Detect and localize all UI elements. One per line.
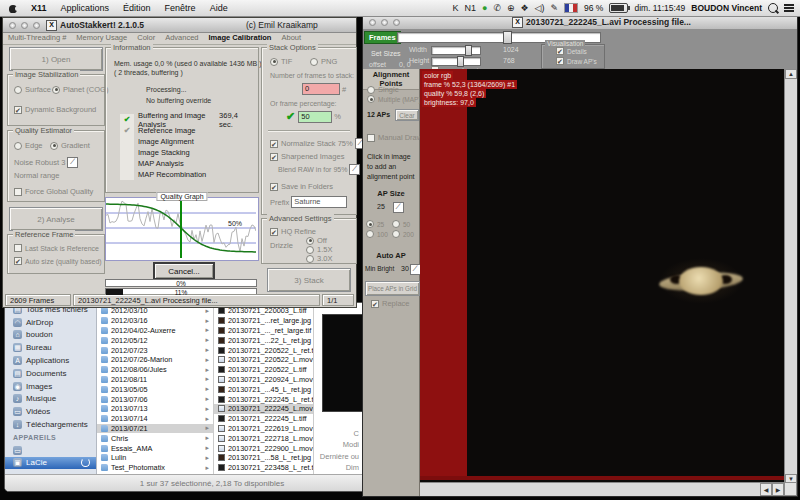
sidebar-item[interactable]: ◠ AirDrop [5, 316, 96, 329]
folder-row[interactable]: Essais_AMA ▸ [97, 443, 213, 453]
save-in-folders-checkbox[interactable]: Save in Folders [270, 182, 333, 191]
folder-row[interactable]: 2012/08/06/Jules ▸ [97, 365, 213, 375]
folder-row[interactable]: 2012/07/23 ▸ [97, 345, 213, 355]
sidebar-item[interactable]: ⌂ boudon [5, 329, 96, 342]
surface-radio[interactable]: Surface [14, 85, 51, 94]
folder-row[interactable]: 2013/05/05 ▸ [97, 384, 213, 394]
planet-cog-radio[interactable]: Planet (COG) [52, 85, 108, 94]
autostakkert-menu-item[interactable]: Memory Usage [71, 33, 132, 42]
tif-radio[interactable]: TIF [270, 57, 292, 66]
user-name[interactable]: BOUDON Vincent [691, 3, 762, 13]
file-row[interactable]: 20130721_220522_L.mov [214, 355, 314, 365]
edit-icon[interactable]: ∕ [349, 164, 360, 175]
menu-aide[interactable]: Aide [203, 3, 235, 13]
prefix-input[interactable]: Saturne [291, 196, 347, 208]
file-row[interactable]: 20130721_..._ret_large.tif [214, 326, 314, 336]
autostakkert-menu-item[interactable]: About [276, 33, 306, 42]
draw-aps-checkbox[interactable]: Draw AP's [556, 57, 604, 65]
analyse-button[interactable]: 2) Analyse [9, 207, 103, 231]
file-row[interactable]: 20130721_222718_L.mov [214, 433, 314, 443]
file-row[interactable]: 20130721_222245_L.tiff [214, 414, 314, 424]
sidebar-item[interactable]: ◉ Images [5, 380, 96, 393]
file-row[interactable]: 20130721_220522_L_ret.tif [214, 345, 314, 355]
folder-row[interactable]: 2012/08/11 ▸ [97, 375, 213, 385]
ap-size-radio[interactable]: 200 [392, 229, 418, 239]
autostakkert-menu-item[interactable]: Image Calibration [204, 33, 277, 42]
processing-titlebar[interactable]: X 20130721_222245_L.avi Processing file.… [363, 15, 797, 30]
auto-size-checkbox[interactable]: Auto size (quality based) [14, 257, 102, 265]
folder-row[interactable]: 2012/05/12 ▸ [97, 335, 213, 345]
scroll-right-icon[interactable]: ▶ [772, 483, 784, 496]
ap-size-radio[interactable]: 25 [366, 219, 392, 229]
edit-icon[interactable]: ∕ [67, 157, 78, 168]
sidebar-device-item[interactable]: ▭ [5, 444, 96, 457]
green-orb-icon[interactable]: ● [482, 3, 487, 13]
drizzle-radio[interactable]: 1.5X [306, 245, 332, 254]
file-row[interactable]: 20130721_223458_L_ret.tif [214, 463, 314, 473]
notification-center-icon[interactable] [784, 3, 794, 14]
file-row[interactable]: 20130721_220522_L.tiff [214, 365, 314, 375]
folder-row[interactable]: 2012/04/02-Auxerre ▸ [97, 326, 213, 336]
folder-row[interactable]: 2013/07/06 ▸ [97, 394, 213, 404]
gradient-radio[interactable]: Gradient [50, 141, 90, 150]
folder-row[interactable]: 2013/07/13 ▸ [97, 404, 213, 414]
video-frame-view[interactable]: color rgbframe % 52,3 (1364/2609) #1qual… [420, 69, 786, 484]
multiple-map-radio[interactable]: Multiple (MAP) [367, 95, 421, 103]
folder-row[interactable]: Lulin ▸ [97, 453, 213, 463]
drizzle-radio[interactable]: Off [306, 236, 332, 245]
pencil-icon[interactable]: ✎ [551, 3, 559, 13]
sidebar-item[interactable]: ↓ Téléchargements [5, 418, 96, 431]
horizontal-scrollbar[interactable]: ◀ ▶ [420, 482, 784, 496]
set-sizes-label[interactable]: Set Sizes [371, 50, 401, 57]
frames-to-stack-input[interactable]: 0 [302, 83, 340, 95]
height-slider[interactable] [431, 57, 481, 66]
place-aps-button[interactable]: Place APs in Grid [365, 281, 420, 296]
clear-aps-button[interactable]: Clear [395, 109, 419, 121]
battery-icon[interactable] [609, 3, 628, 13]
file-row[interactable]: 20130721_...58_L_ret.jpg [214, 453, 314, 463]
window-control-buttons[interactable] [369, 19, 400, 26]
manual-draw-checkbox[interactable]: Manual Draw [367, 133, 422, 142]
details-checkbox[interactable]: Details [556, 47, 604, 55]
menu-x11[interactable]: X11 [24, 3, 54, 13]
file-row[interactable]: 20130721_222245_L.mov [214, 404, 314, 414]
drizzle-radio[interactable]: 3.0X [306, 254, 332, 263]
replace-checkbox[interactable]: Replace [371, 299, 410, 308]
menu-fenetre[interactable]: Fenêtre [158, 3, 203, 13]
file-row[interactable]: 20130721_...45_L_ret.jpg [214, 384, 314, 394]
sidebar-item[interactable]: ▤ Documents [5, 367, 96, 380]
sidebar-item[interactable]: ▦ Bureau [5, 341, 96, 354]
frames-slider-thumb[interactable] [503, 31, 512, 44]
scroll-left-icon[interactable]: ◀ [760, 483, 772, 496]
bluetooth-icon[interactable]: ❖ [521, 3, 529, 13]
phone-icon[interactable]: ✆ [493, 3, 501, 13]
file-row[interactable]: 20130721_222619_L.mov [214, 424, 314, 434]
sidebar-device-item[interactable]: ▣ LaCie [5, 457, 96, 470]
folder-row[interactable]: Test_Photomatix ▸ [97, 463, 213, 473]
file-row[interactable]: 20130721_222900_L.mov [214, 443, 314, 453]
stack-button[interactable]: 3) Stack [267, 268, 351, 292]
sidebar-item[interactable]: ♪ Musique [5, 393, 96, 406]
open-button[interactable]: 1) Open [9, 47, 103, 71]
autostakkert-menu-item[interactable]: Advanced [160, 33, 203, 42]
folder-row[interactable]: Chris ▸ [97, 433, 213, 443]
hq-refine-checkbox[interactable]: HQ Refine [270, 227, 316, 236]
width-slider[interactable] [431, 46, 481, 55]
file-row[interactable]: 20130721_220924_L.mov [214, 375, 314, 385]
folder-row[interactable]: 2012/03/16 ▸ [97, 316, 213, 326]
spotlight-icon[interactable] [768, 3, 778, 13]
menu-applications[interactable]: Applications [54, 3, 117, 13]
clock[interactable]: dim. 11:15:49 [634, 3, 685, 13]
folder-row[interactable]: 2013/07/21 ▸ [97, 424, 213, 434]
force-global-quality-checkbox[interactable]: Force Global Quality [14, 187, 93, 196]
globe-icon[interactable]: ⊕ [507, 3, 515, 13]
window-control-buttons[interactable] [9, 22, 40, 29]
last-stack-reference-checkbox[interactable]: Last Stack is Reference [14, 244, 99, 252]
ap-size-radio[interactable]: 50 [392, 219, 418, 229]
file-row[interactable]: 20130721_...22_L_ret.jpg [214, 335, 314, 345]
folder-row[interactable]: 2012/07/26-Marion ▸ [97, 355, 213, 365]
file-row[interactable]: 20130721_222245_L_ret.tif [214, 394, 314, 404]
menu-edition[interactable]: Édition [116, 3, 158, 13]
edit-icon[interactable]: ∕ [393, 202, 404, 213]
keyboard-icon[interactable]: K [452, 3, 458, 13]
